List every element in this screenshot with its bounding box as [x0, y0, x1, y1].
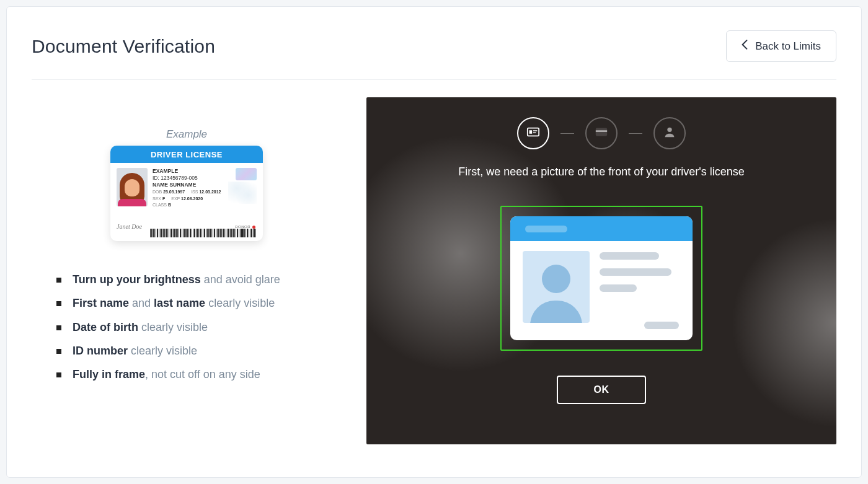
- progress-steps: [517, 117, 686, 149]
- svg-rect-2: [533, 130, 537, 131]
- tip-item: Turn up your brightness and avoid glare: [56, 272, 329, 287]
- person-icon: [663, 125, 676, 141]
- verification-card: Document Verification Back to Limits Exa…: [6, 6, 862, 478]
- step-selfie[interactable]: [653, 117, 686, 149]
- step-front-of-license[interactable]: [517, 117, 549, 149]
- svg-point-6: [667, 128, 671, 132]
- step-connector: [629, 133, 642, 134]
- instructions-panel: Example DRIVER LICENSE EXAMPLE ID: 12345…: [32, 97, 329, 444]
- id-card-back-icon: [595, 125, 608, 141]
- svg-rect-1: [529, 130, 533, 134]
- capture-frame: [500, 206, 702, 351]
- back-to-limits-button[interactable]: Back to Limits: [726, 30, 836, 62]
- step-connector: [560, 133, 574, 134]
- id-card-front-icon: [526, 125, 540, 141]
- dl-header: DRIVER LICENSE: [110, 146, 263, 163]
- dl-photo-icon: [117, 168, 148, 206]
- camera-panel: First, we need a picture of the front of…: [366, 97, 836, 444]
- dl-signature: Janet Doe: [117, 223, 142, 230]
- tip-item: Date of birth clearly visible: [56, 320, 329, 335]
- svg-rect-5: [596, 130, 607, 132]
- svg-rect-0: [528, 128, 539, 136]
- tip-item: ID number clearly visible: [56, 343, 329, 358]
- chevron-left-icon: [742, 40, 748, 53]
- dl-hologram-icon: [236, 168, 257, 180]
- dl-barcode-icon: [150, 229, 257, 237]
- camera-instruction: First, we need a picture of the front of…: [458, 165, 745, 178]
- step-back-of-license[interactable]: [585, 117, 618, 149]
- page-title: Document Verification: [32, 36, 215, 57]
- tip-item: First name and last name clearly visible: [56, 296, 329, 310]
- header-row: Document Verification Back to Limits: [32, 30, 836, 80]
- id-placeholder-icon: [510, 216, 693, 340]
- tips-list: Turn up your brightness and avoid glare …: [44, 272, 329, 382]
- example-driver-license: DRIVER LICENSE EXAMPLE ID: 123456789-005…: [110, 146, 263, 241]
- back-button-label: Back to Limits: [755, 40, 821, 53]
- ok-button[interactable]: OK: [557, 376, 646, 404]
- example-caption: Example: [44, 128, 329, 141]
- tip-item: Fully in frame, not cut off on any side: [56, 367, 329, 382]
- dl-watermark-icon: [228, 182, 257, 204]
- svg-rect-3: [533, 132, 536, 133]
